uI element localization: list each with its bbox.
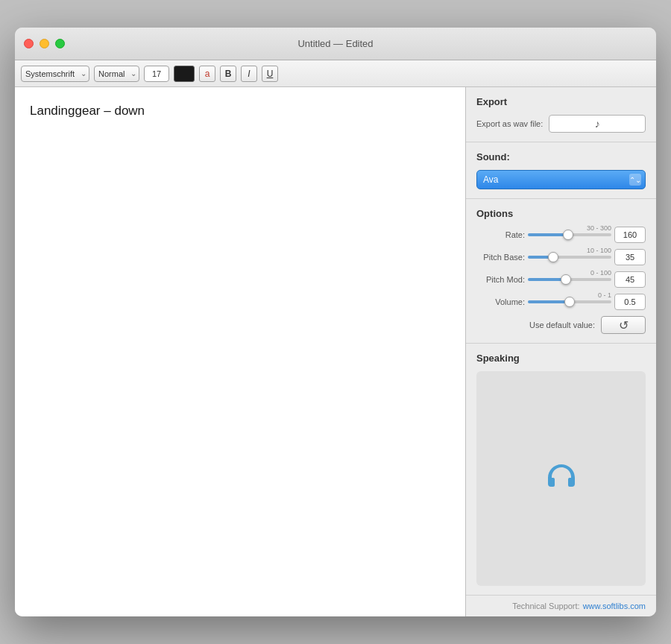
editor-area[interactable]: Landinggear – down bbox=[15, 87, 466, 616]
volume-slider-container: 0 - 1 bbox=[528, 300, 611, 303]
options-title: Options bbox=[476, 208, 646, 219]
speaking-area bbox=[476, 371, 646, 586]
sound-section: Sound: Ava ⌃⌄ bbox=[466, 142, 656, 199]
export-label: Export as wav file: bbox=[476, 119, 543, 128]
font-style-wrapper: Normal bbox=[94, 66, 139, 82]
titlebar: Untitled — Edited bbox=[15, 28, 656, 60]
pitch-base-label: Pitch Base: bbox=[476, 253, 525, 262]
pitch-mod-range: 0 - 100 bbox=[590, 269, 611, 277]
bold-button[interactable]: B bbox=[220, 66, 236, 82]
window-controls bbox=[24, 39, 65, 48]
volume-label: Volume: bbox=[476, 297, 525, 306]
close-button[interactable] bbox=[24, 39, 34, 48]
support-label: Technical Support: bbox=[512, 602, 580, 610]
pitch-base-row: Pitch Base: 10 - 100 bbox=[476, 249, 646, 265]
panel-footer: Technical Support: www.softlibs.com bbox=[466, 595, 656, 616]
sound-dropdown-wrapper: Ava ⌃⌄ bbox=[476, 170, 646, 189]
volume-value[interactable] bbox=[614, 294, 646, 310]
main-window: Untitled — Edited Systemschrift Normal a… bbox=[15, 28, 656, 616]
rate-slider[interactable] bbox=[528, 233, 611, 236]
sound-title: Sound: bbox=[476, 151, 646, 162]
main-content: Landinggear – down Export Export as wav … bbox=[15, 87, 656, 616]
pitch-mod-row: Pitch Mod: 0 - 100 bbox=[476, 271, 646, 288]
pitch-mod-value[interactable] bbox=[614, 271, 646, 288]
font-style-select[interactable]: Normal bbox=[94, 66, 139, 82]
volume-row: Volume: 0 - 1 bbox=[476, 294, 646, 310]
default-value-row: Use default value: ↺ bbox=[476, 316, 646, 334]
options-section: Options Rate: 30 - 300 Pitch Base: 10 - … bbox=[466, 199, 656, 344]
export-section: Export Export as wav file: ♪ bbox=[466, 87, 656, 142]
highlight-button[interactable]: a bbox=[199, 66, 215, 82]
volume-slider[interactable] bbox=[528, 300, 611, 303]
pitch-base-range: 10 - 100 bbox=[587, 247, 611, 254]
reset-icon: ↺ bbox=[619, 318, 629, 332]
minimize-button[interactable] bbox=[40, 39, 49, 48]
headphones-icon bbox=[543, 461, 580, 497]
support-link[interactable]: www.softlibs.com bbox=[583, 602, 646, 610]
pitch-mod-slider-container: 0 - 100 bbox=[528, 278, 611, 281]
font-size-input[interactable] bbox=[144, 66, 169, 82]
sound-select[interactable]: Ava bbox=[476, 170, 646, 189]
pitch-base-slider[interactable] bbox=[528, 256, 611, 259]
underline-button[interactable]: U bbox=[262, 66, 278, 82]
default-value-button[interactable]: ↺ bbox=[601, 316, 646, 334]
toolbar: Systemschrift Normal a B I U bbox=[15, 60, 656, 87]
speaking-section: Speaking bbox=[466, 344, 656, 595]
music-icon: ♪ bbox=[595, 118, 600, 130]
volume-range: 0 - 1 bbox=[598, 291, 611, 299]
rate-value[interactable] bbox=[614, 227, 646, 243]
export-row: Export as wav file: ♪ bbox=[476, 115, 646, 133]
export-input[interactable]: ♪ bbox=[549, 115, 646, 133]
rate-row: Rate: 30 - 300 bbox=[476, 227, 646, 243]
pitch-mod-label: Pitch Mod: bbox=[476, 275, 525, 284]
window-title: Untitled — Edited bbox=[297, 38, 373, 49]
rate-range: 30 - 300 bbox=[587, 224, 611, 232]
pitch-base-value[interactable] bbox=[614, 249, 646, 265]
rate-slider-container: 30 - 300 bbox=[528, 233, 611, 236]
color-swatch[interactable] bbox=[174, 66, 195, 82]
speaking-title: Speaking bbox=[476, 353, 646, 364]
pitch-base-slider-container: 10 - 100 bbox=[528, 256, 611, 259]
export-title: Export bbox=[476, 96, 646, 107]
rate-label: Rate: bbox=[476, 230, 525, 239]
font-family-wrapper: Systemschrift bbox=[21, 66, 89, 82]
font-family-select[interactable]: Systemschrift bbox=[21, 66, 89, 82]
italic-button[interactable]: I bbox=[241, 66, 257, 82]
maximize-button[interactable] bbox=[55, 39, 65, 48]
pitch-mod-slider[interactable] bbox=[528, 278, 611, 281]
right-panel: Export Export as wav file: ♪ Sound: Ava … bbox=[466, 87, 656, 616]
default-value-label: Use default value: bbox=[476, 321, 601, 329]
editor-text: Landinggear – down bbox=[30, 102, 450, 120]
